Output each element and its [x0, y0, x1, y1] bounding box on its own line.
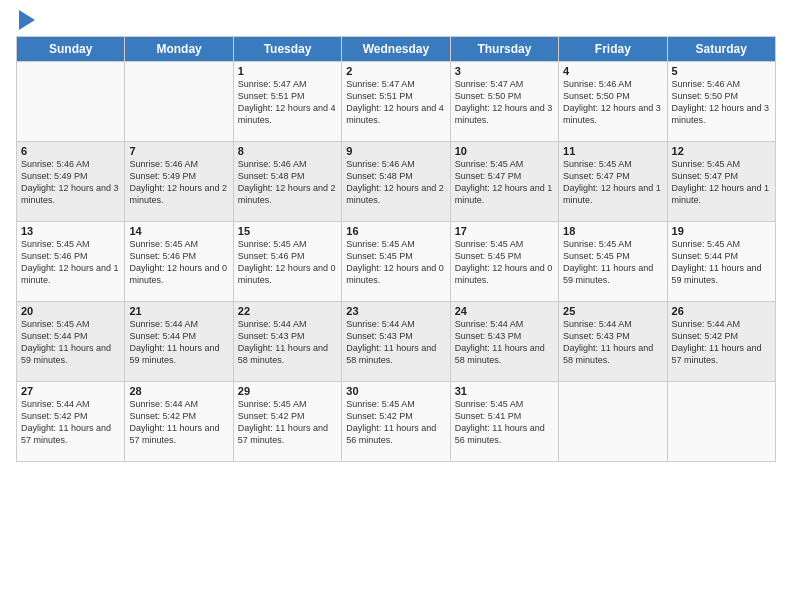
- day-number: 4: [563, 65, 662, 77]
- cell-content: Sunrise: 5:46 AM Sunset: 5:48 PM Dayligh…: [346, 158, 445, 207]
- calendar-cell: 3Sunrise: 5:47 AM Sunset: 5:50 PM Daylig…: [450, 62, 558, 142]
- calendar-cell: 8Sunrise: 5:46 AM Sunset: 5:48 PM Daylig…: [233, 142, 341, 222]
- calendar-table: SundayMondayTuesdayWednesdayThursdayFrid…: [16, 36, 776, 462]
- calendar-cell: 22Sunrise: 5:44 AM Sunset: 5:43 PM Dayli…: [233, 302, 341, 382]
- calendar-week-row: 20Sunrise: 5:45 AM Sunset: 5:44 PM Dayli…: [17, 302, 776, 382]
- day-number: 9: [346, 145, 445, 157]
- calendar-cell: 28Sunrise: 5:44 AM Sunset: 5:42 PM Dayli…: [125, 382, 233, 462]
- cell-content: Sunrise: 5:44 AM Sunset: 5:42 PM Dayligh…: [672, 318, 771, 367]
- day-number: 7: [129, 145, 228, 157]
- calendar-cell: 10Sunrise: 5:45 AM Sunset: 5:47 PM Dayli…: [450, 142, 558, 222]
- cell-content: Sunrise: 5:44 AM Sunset: 5:43 PM Dayligh…: [563, 318, 662, 367]
- cell-content: Sunrise: 5:45 AM Sunset: 5:44 PM Dayligh…: [21, 318, 120, 367]
- calendar-body: 1Sunrise: 5:47 AM Sunset: 5:51 PM Daylig…: [17, 62, 776, 462]
- calendar-cell: 27Sunrise: 5:44 AM Sunset: 5:42 PM Dayli…: [17, 382, 125, 462]
- calendar-cell: 4Sunrise: 5:46 AM Sunset: 5:50 PM Daylig…: [559, 62, 667, 142]
- page: SundayMondayTuesdayWednesdayThursdayFrid…: [0, 0, 792, 472]
- day-number: 31: [455, 385, 554, 397]
- calendar-cell: 18Sunrise: 5:45 AM Sunset: 5:45 PM Dayli…: [559, 222, 667, 302]
- cell-content: Sunrise: 5:46 AM Sunset: 5:50 PM Dayligh…: [563, 78, 662, 127]
- cell-content: Sunrise: 5:45 AM Sunset: 5:47 PM Dayligh…: [455, 158, 554, 207]
- day-number: 15: [238, 225, 337, 237]
- day-header-friday: Friday: [559, 37, 667, 62]
- day-number: 29: [238, 385, 337, 397]
- day-number: 19: [672, 225, 771, 237]
- day-number: 25: [563, 305, 662, 317]
- day-number: 5: [672, 65, 771, 77]
- day-number: 30: [346, 385, 445, 397]
- calendar-cell: 16Sunrise: 5:45 AM Sunset: 5:45 PM Dayli…: [342, 222, 450, 302]
- calendar-cell: 2Sunrise: 5:47 AM Sunset: 5:51 PM Daylig…: [342, 62, 450, 142]
- day-number: 28: [129, 385, 228, 397]
- cell-content: Sunrise: 5:45 AM Sunset: 5:45 PM Dayligh…: [455, 238, 554, 287]
- calendar-cell: 9Sunrise: 5:46 AM Sunset: 5:48 PM Daylig…: [342, 142, 450, 222]
- calendar-cell: 5Sunrise: 5:46 AM Sunset: 5:50 PM Daylig…: [667, 62, 775, 142]
- day-number: 27: [21, 385, 120, 397]
- calendar-cell: 14Sunrise: 5:45 AM Sunset: 5:46 PM Dayli…: [125, 222, 233, 302]
- calendar-cell: 15Sunrise: 5:45 AM Sunset: 5:46 PM Dayli…: [233, 222, 341, 302]
- cell-content: Sunrise: 5:45 AM Sunset: 5:45 PM Dayligh…: [346, 238, 445, 287]
- day-number: 23: [346, 305, 445, 317]
- calendar-week-row: 1Sunrise: 5:47 AM Sunset: 5:51 PM Daylig…: [17, 62, 776, 142]
- header: [16, 12, 776, 30]
- day-number: 11: [563, 145, 662, 157]
- calendar-cell: [667, 382, 775, 462]
- calendar-cell: 26Sunrise: 5:44 AM Sunset: 5:42 PM Dayli…: [667, 302, 775, 382]
- calendar-cell: 31Sunrise: 5:45 AM Sunset: 5:41 PM Dayli…: [450, 382, 558, 462]
- calendar-cell: 11Sunrise: 5:45 AM Sunset: 5:47 PM Dayli…: [559, 142, 667, 222]
- logo: [16, 12, 35, 30]
- calendar-cell: [17, 62, 125, 142]
- cell-content: Sunrise: 5:46 AM Sunset: 5:50 PM Dayligh…: [672, 78, 771, 127]
- cell-content: Sunrise: 5:45 AM Sunset: 5:46 PM Dayligh…: [238, 238, 337, 287]
- calendar-cell: 13Sunrise: 5:45 AM Sunset: 5:46 PM Dayli…: [17, 222, 125, 302]
- calendar-cell: [559, 382, 667, 462]
- cell-content: Sunrise: 5:45 AM Sunset: 5:41 PM Dayligh…: [455, 398, 554, 447]
- day-number: 12: [672, 145, 771, 157]
- day-number: 13: [21, 225, 120, 237]
- day-number: 18: [563, 225, 662, 237]
- cell-content: Sunrise: 5:44 AM Sunset: 5:42 PM Dayligh…: [21, 398, 120, 447]
- day-number: 17: [455, 225, 554, 237]
- cell-content: Sunrise: 5:46 AM Sunset: 5:49 PM Dayligh…: [129, 158, 228, 207]
- logo-arrow-icon: [19, 10, 35, 30]
- calendar-week-row: 6Sunrise: 5:46 AM Sunset: 5:49 PM Daylig…: [17, 142, 776, 222]
- day-header-thursday: Thursday: [450, 37, 558, 62]
- day-number: 3: [455, 65, 554, 77]
- day-number: 20: [21, 305, 120, 317]
- calendar-cell: 19Sunrise: 5:45 AM Sunset: 5:44 PM Dayli…: [667, 222, 775, 302]
- cell-content: Sunrise: 5:45 AM Sunset: 5:42 PM Dayligh…: [238, 398, 337, 447]
- calendar-cell: 7Sunrise: 5:46 AM Sunset: 5:49 PM Daylig…: [125, 142, 233, 222]
- cell-content: Sunrise: 5:45 AM Sunset: 5:44 PM Dayligh…: [672, 238, 771, 287]
- day-header-monday: Monday: [125, 37, 233, 62]
- cell-content: Sunrise: 5:44 AM Sunset: 5:43 PM Dayligh…: [238, 318, 337, 367]
- cell-content: Sunrise: 5:45 AM Sunset: 5:45 PM Dayligh…: [563, 238, 662, 287]
- calendar-cell: 24Sunrise: 5:44 AM Sunset: 5:43 PM Dayli…: [450, 302, 558, 382]
- calendar-header: SundayMondayTuesdayWednesdayThursdayFrid…: [17, 37, 776, 62]
- cell-content: Sunrise: 5:45 AM Sunset: 5:46 PM Dayligh…: [129, 238, 228, 287]
- calendar-cell: 17Sunrise: 5:45 AM Sunset: 5:45 PM Dayli…: [450, 222, 558, 302]
- calendar-cell: 30Sunrise: 5:45 AM Sunset: 5:42 PM Dayli…: [342, 382, 450, 462]
- day-number: 24: [455, 305, 554, 317]
- calendar-cell: 12Sunrise: 5:45 AM Sunset: 5:47 PM Dayli…: [667, 142, 775, 222]
- cell-content: Sunrise: 5:44 AM Sunset: 5:42 PM Dayligh…: [129, 398, 228, 447]
- calendar-week-row: 27Sunrise: 5:44 AM Sunset: 5:42 PM Dayli…: [17, 382, 776, 462]
- day-number: 26: [672, 305, 771, 317]
- day-number: 10: [455, 145, 554, 157]
- day-number: 6: [21, 145, 120, 157]
- day-header-sunday: Sunday: [17, 37, 125, 62]
- day-number: 1: [238, 65, 337, 77]
- day-number: 16: [346, 225, 445, 237]
- calendar-cell: 20Sunrise: 5:45 AM Sunset: 5:44 PM Dayli…: [17, 302, 125, 382]
- calendar-cell: 6Sunrise: 5:46 AM Sunset: 5:49 PM Daylig…: [17, 142, 125, 222]
- cell-content: Sunrise: 5:47 AM Sunset: 5:51 PM Dayligh…: [238, 78, 337, 127]
- cell-content: Sunrise: 5:46 AM Sunset: 5:49 PM Dayligh…: [21, 158, 120, 207]
- cell-content: Sunrise: 5:44 AM Sunset: 5:43 PM Dayligh…: [346, 318, 445, 367]
- calendar-week-row: 13Sunrise: 5:45 AM Sunset: 5:46 PM Dayli…: [17, 222, 776, 302]
- day-header-saturday: Saturday: [667, 37, 775, 62]
- days-header-row: SundayMondayTuesdayWednesdayThursdayFrid…: [17, 37, 776, 62]
- calendar-cell: 21Sunrise: 5:44 AM Sunset: 5:44 PM Dayli…: [125, 302, 233, 382]
- cell-content: Sunrise: 5:44 AM Sunset: 5:43 PM Dayligh…: [455, 318, 554, 367]
- cell-content: Sunrise: 5:47 AM Sunset: 5:50 PM Dayligh…: [455, 78, 554, 127]
- calendar-cell: 1Sunrise: 5:47 AM Sunset: 5:51 PM Daylig…: [233, 62, 341, 142]
- calendar-cell: 23Sunrise: 5:44 AM Sunset: 5:43 PM Dayli…: [342, 302, 450, 382]
